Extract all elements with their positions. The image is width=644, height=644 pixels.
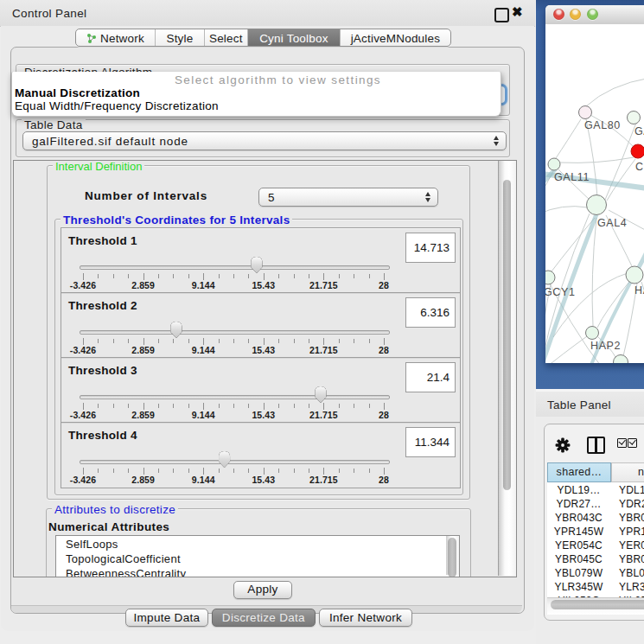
network-node[interactable] (626, 266, 643, 284)
minor-tick (158, 274, 159, 278)
window-minimize-button[interactable] (570, 9, 581, 20)
table-row[interactable]: YER054CYER05 (547, 538, 644, 552)
slider-track[interactable] (80, 330, 390, 335)
network-node[interactable] (614, 355, 628, 364)
column-header-shared-name[interactable]: shared… (547, 462, 611, 482)
threshold-value-field[interactable]: 11.344 (405, 427, 456, 457)
checkbox-checked-icon[interactable] (617, 438, 627, 448)
minor-tick (248, 274, 249, 278)
major-tick (143, 403, 144, 410)
bottom-tab-discretize-data[interactable]: Discretize Data (212, 609, 316, 627)
threshold-value: 21.4 (427, 371, 450, 384)
dropdown-item[interactable]: Equal Width/Frequency Discretization (15, 99, 219, 112)
attribute-list-item[interactable]: SelfLoops (56, 536, 459, 551)
threshold-value-field[interactable]: 6.316 (405, 297, 456, 328)
settings-scrollbar[interactable] (498, 161, 516, 576)
dropdown-item[interactable]: Manual Discretization (15, 86, 140, 99)
minor-tick (98, 469, 99, 473)
split-columns-icon[interactable] (587, 437, 605, 454)
major-tick (203, 338, 204, 345)
slider-track[interactable] (80, 265, 390, 270)
slider-thumb[interactable] (218, 450, 231, 469)
cell-shared-name: YPR145W (547, 526, 610, 538)
table-row[interactable]: YBR043CYBR04 (547, 510, 644, 524)
table-row[interactable]: YPR145WYPR14 (547, 524, 644, 538)
network-icon (86, 33, 97, 44)
table-horizontal-scrollbar-thumb[interactable] (551, 600, 644, 609)
tab-jactivemnodules[interactable]: jActiveMNodules (341, 29, 450, 46)
bottom-tab-impute-data[interactable]: Impute Data (125, 609, 208, 627)
network-node[interactable] (545, 271, 555, 284)
network-window-titlebar[interactable] (545, 5, 644, 25)
slider-track[interactable] (80, 460, 390, 464)
apply-button[interactable]: Apply (233, 581, 292, 599)
minor-tick (248, 469, 249, 473)
attributes-list-scrollbar[interactable] (446, 536, 459, 575)
tab-cyni-toolbox[interactable]: Cyni Toolbox (248, 29, 341, 46)
attribute-list-item[interactable]: TopologicalCoefficient (56, 551, 459, 565)
table-row[interactable]: YBL079WYBL07 (547, 565, 644, 579)
slider-thumb[interactable] (169, 321, 182, 339)
tick-label: 15.43 (252, 345, 275, 355)
control-panel-title: Control Panel (12, 7, 86, 20)
threshold-value-field[interactable]: 14.713 (405, 233, 456, 263)
checkbox-checked-icon[interactable] (628, 438, 637, 448)
float-window-icon[interactable] (494, 8, 509, 22)
minor-tick (233, 469, 234, 473)
tick-label: 21.715 (309, 475, 338, 485)
close-icon[interactable]: ✖ (512, 4, 523, 20)
tab-network[interactable]: Network (76, 29, 156, 46)
tick-label: 21.715 (309, 345, 338, 355)
window-zoom-button[interactable] (587, 9, 598, 20)
table-row[interactable]: YLR345WYLR34 (547, 579, 644, 593)
bottom-tab-buttons: Impute DataDiscretize DataInfer Network (125, 609, 412, 627)
number-of-intervals-combobox[interactable]: 5 (258, 188, 438, 207)
attributes-list-scrollbar-thumb[interactable] (448, 538, 456, 577)
slider-track[interactable] (80, 395, 390, 399)
window-close-button[interactable] (553, 9, 564, 20)
network-node[interactable] (587, 195, 607, 215)
network-node[interactable] (548, 158, 560, 170)
table-row[interactable]: YDR27…YDR27 (547, 496, 644, 510)
tab-select[interactable]: Select (205, 29, 248, 46)
threshold-value-field[interactable]: 21.4 (405, 362, 456, 392)
minor-tick (188, 274, 189, 278)
threshold-panel: Threshold 2-3.4262.8599.14415.4321.71528… (61, 292, 461, 359)
minor-tick (173, 469, 174, 473)
network-node-label: GCY1 (545, 286, 575, 298)
network-node[interactable] (586, 327, 599, 340)
attribute-list-item[interactable]: BetweennessCentrality (56, 565, 459, 577)
table-row[interactable]: YBR045CYBR04 (547, 552, 644, 565)
network-canvas[interactable]: GAL80GACGAL11GAL4GCY1HAHAP2 (545, 24, 644, 363)
network-node-label: HAP2 (590, 340, 621, 352)
tick-label: 2.859 (131, 410, 155, 420)
minor-tick (128, 469, 129, 473)
major-tick (323, 468, 324, 475)
gear-icon[interactable] (555, 437, 571, 453)
table-data-combobox[interactable]: galFiltered.sif default node (22, 131, 507, 150)
bottom-tab-infer-network[interactable]: Infer Network (319, 609, 412, 627)
minor-tick (339, 339, 340, 343)
column-header-name[interactable]: na (611, 462, 644, 482)
tick-label: 15.43 (252, 475, 275, 485)
slider-thumb[interactable] (314, 386, 327, 404)
settings-scrollbar-thumb[interactable] (503, 180, 511, 490)
cell-name: YLR34 (619, 581, 644, 593)
tick-label: 15.43 (252, 280, 275, 290)
numerical-attributes-list[interactable]: SelfLoopsTopologicalCoefficientBetweenne… (55, 535, 460, 577)
network-graph-part: GAL80GACGAL11GAL4GCY1HAHAP2 (545, 78, 644, 363)
threshold-label: Threshold 1 (68, 234, 137, 247)
network-node[interactable] (579, 106, 592, 119)
network-node[interactable] (628, 112, 641, 124)
major-tick (264, 338, 265, 345)
slider-thumb[interactable] (250, 256, 263, 274)
tick-label: 9.144 (192, 280, 215, 290)
tick-label: -3.426 (70, 410, 96, 420)
network-node[interactable] (631, 144, 644, 158)
minor-tick (369, 404, 370, 408)
minor-tick (158, 469, 159, 473)
tab-style[interactable]: Style (156, 29, 205, 46)
table-row[interactable]: YDL19…YDL19 (547, 482, 644, 496)
cell-name: YDL19 (619, 484, 644, 496)
combobox-stepper-icon (494, 135, 500, 147)
